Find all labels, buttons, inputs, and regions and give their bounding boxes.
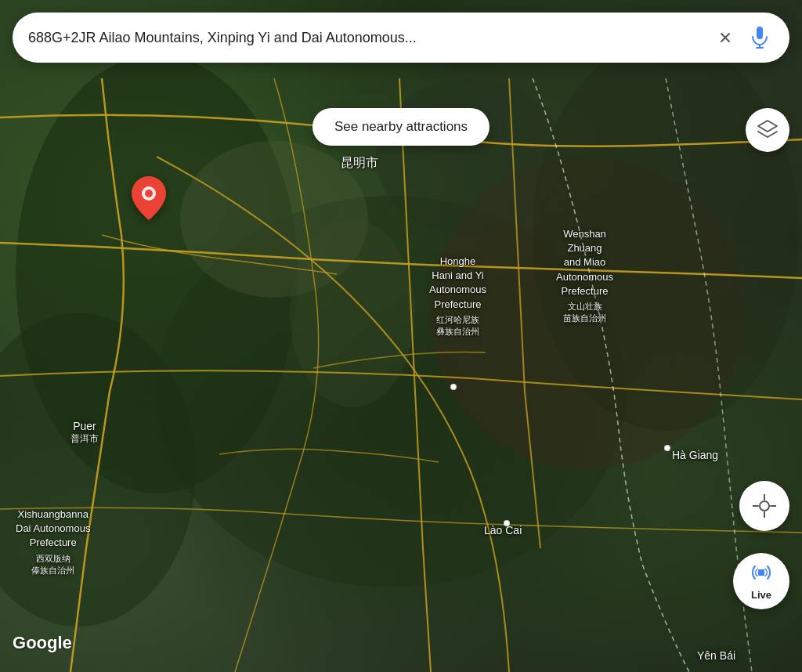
search-bar[interactable]: 688G+2JR Ailao Mountains, Xinping Yi and…: [13, 13, 789, 63]
hagiang-dot: [664, 445, 670, 451]
live-label: Live: [751, 589, 771, 601]
svg-point-7: [290, 219, 415, 407]
mic-button[interactable]: [746, 23, 774, 52]
search-text: 688G+2JR Ailao Mountains, Xinping Yi and…: [28, 30, 711, 46]
svg-point-14: [760, 501, 769, 511]
svg-marker-13: [758, 121, 777, 132]
map-roads-svg: [0, 0, 802, 672]
nearby-attractions-button[interactable]: See nearby attractions: [312, 108, 490, 146]
close-button[interactable]: [711, 23, 739, 52]
svg-rect-10: [757, 27, 763, 39]
svg-rect-19: [758, 569, 764, 576]
google-logo: Google: [13, 633, 72, 653]
layer-toggle-button[interactable]: [746, 108, 789, 152]
live-button[interactable]: Live: [733, 553, 789, 609]
laocai-dot: [504, 520, 510, 526]
my-location-button[interactable]: [739, 481, 789, 531]
honghe-dot: [450, 384, 457, 390]
map-container[interactable]: 昆明市 HongheHani and YiAutonomousPrefectur…: [0, 0, 802, 672]
svg-point-4: [533, 39, 799, 431]
live-icon: [751, 562, 771, 587]
